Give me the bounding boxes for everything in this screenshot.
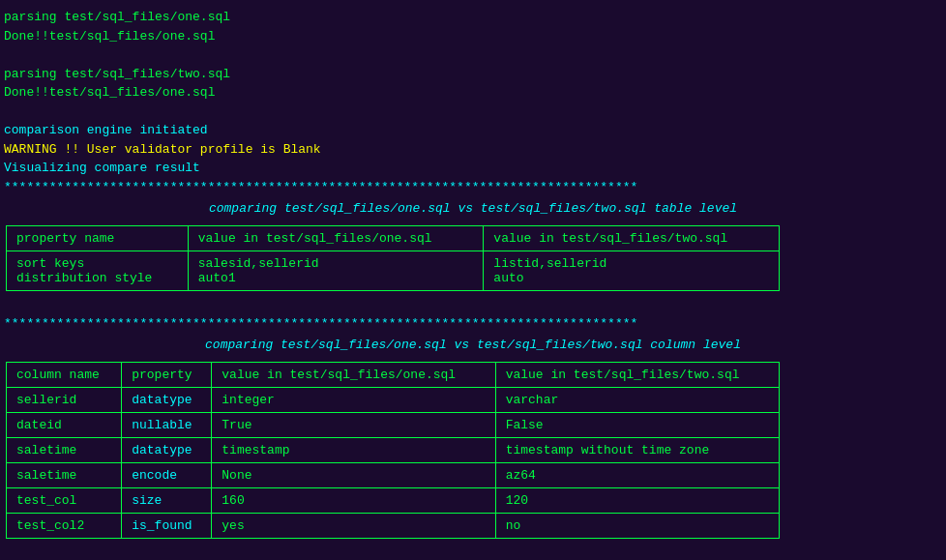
table1-val2-cell: listid,selleridauto — [484, 251, 780, 291]
done-line-1: Done!!test/sql_files/one.sql — [4, 27, 942, 46]
table-row: sort keysdistribution style salesid,sell… — [7, 251, 780, 291]
col-val1-3: timestamp — [212, 438, 495, 463]
table1-heading: comparing test/sql_files/one.sql vs test… — [4, 196, 942, 221]
terminal-output: parsing test/sql_files/one.sql Done!!tes… — [4, 8, 942, 539]
visualizing-line: Visualizing compare result — [4, 159, 942, 178]
table-row: saletime encode None az64 — [7, 463, 780, 488]
table1: property name value in test/sql_files/on… — [6, 225, 780, 291]
col-prop-6: is_found — [122, 514, 212, 539]
table2-header-colname: column name — [7, 363, 122, 388]
table1-header-val2: value in test/sql_files/two.sql — [484, 226, 780, 251]
col-val1-2: True — [212, 413, 495, 438]
table1-header-property: property name — [7, 226, 189, 251]
col-val1-5: 160 — [212, 488, 495, 514]
table2-header-val1: value in test/sql_files/one.sql — [212, 363, 495, 388]
col-val2-1: varchar — [495, 388, 779, 413]
col-val2-4: az64 — [495, 463, 779, 488]
table2-heading: comparing test/sql_files/one.sql vs test… — [4, 333, 942, 358]
col-prop-5: size — [122, 488, 212, 514]
comparison-engine-line: comparison engine initiated — [4, 121, 942, 140]
col-name-5: test_col — [7, 488, 122, 514]
table2: column name property value in test/sql_f… — [6, 362, 780, 539]
table-row: test_col size 160 120 — [7, 488, 780, 514]
table1-section: property name value in test/sql_files/on… — [4, 225, 942, 291]
col-val1-1: integer — [212, 388, 495, 413]
col-name-2: dateid — [7, 413, 122, 438]
col-name-4: saletime — [7, 463, 122, 488]
table2-section: column name property value in test/sql_f… — [4, 362, 942, 539]
col-name-6: test_col2 — [7, 514, 122, 539]
col-prop-3: datatype — [122, 438, 212, 463]
col-prop-4: encode — [122, 463, 212, 488]
parse-line-1: parsing test/sql_files/one.sql — [4, 8, 942, 27]
col-val2-6: no — [495, 514, 779, 539]
parse-line-2: parsing test/sql_files/two.sql — [4, 65, 942, 84]
table1-property-cell: sort keysdistribution style — [7, 251, 189, 291]
table-row: saletime datatype timestamp timestamp wi… — [7, 438, 780, 463]
col-name-1: sellerid — [7, 388, 122, 413]
col-val2-5: 120 — [495, 488, 779, 514]
table1-header-val1: value in test/sql_files/one.sql — [188, 226, 484, 251]
table1-val1-cell: salesid,selleridauto1 — [188, 251, 484, 291]
table-row: sellerid datatype integer varchar — [7, 388, 780, 413]
divider-1: ****************************************… — [4, 178, 942, 197]
table-row: dateid nullable True False — [7, 413, 780, 438]
col-prop-2: nullable — [122, 413, 212, 438]
col-val2-2: False — [495, 413, 779, 438]
col-val1-4: None — [212, 463, 495, 488]
table2-header-property: property — [122, 363, 212, 388]
table2-header-val2: value in test/sql_files/two.sql — [495, 363, 779, 388]
table-row: test_col2 is_found yes no — [7, 514, 780, 539]
col-prop-1: datatype — [122, 388, 212, 413]
col-name-3: saletime — [7, 438, 122, 463]
done-line-2: Done!!test/sql_files/one.sql — [4, 83, 942, 103]
warning-line: WARNING !! User validator profile is Bla… — [4, 140, 942, 160]
col-val2-3: timestamp without time zone — [495, 438, 779, 463]
col-val1-6: yes — [212, 514, 495, 539]
divider-2: ****************************************… — [4, 314, 942, 334]
